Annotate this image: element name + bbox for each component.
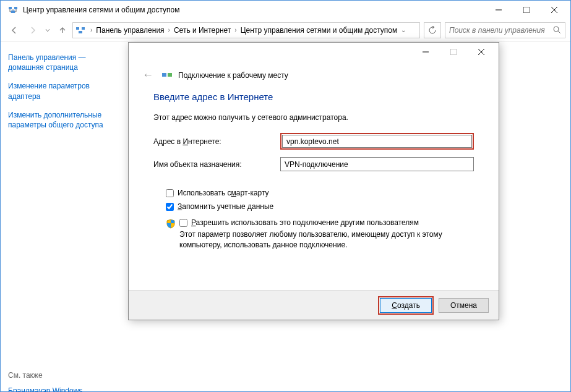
breadcrumb-item[interactable]: Панель управления [96, 26, 164, 35]
svg-rect-16 [162, 73, 166, 77]
search-input[interactable] [449, 26, 553, 35]
svg-rect-1 [14, 7, 17, 9]
close-button[interactable] [540, 1, 568, 19]
chevron-right-icon: › [231, 27, 240, 33]
firewall-link[interactable]: Брандмауэр Windows [8, 386, 117, 392]
destination-name-input[interactable] [280, 157, 474, 171]
destination-name-row: Имя объекта назначения: [153, 157, 474, 171]
dialog-title: Подключение к рабочему месту [178, 71, 288, 80]
dialog-body: Введите адрес в Интернете Этот адрес мож… [129, 88, 499, 250]
internet-address-label: Адрес в Интернете: [153, 137, 280, 146]
adapter-settings-link[interactable]: Изменение параметров адаптера [8, 81, 117, 101]
sidebar: Панель управления — домашняя страница Из… [1, 41, 124, 391]
svg-rect-2 [11, 11, 15, 13]
svg-rect-0 [9, 7, 12, 9]
create-button-highlight: Создать [378, 296, 434, 315]
window-controls [484, 1, 568, 19]
navigation-bar: › Панель управления › Сеть и Интернет › … [1, 19, 570, 41]
sharing-settings-link[interactable]: Изменить дополнительные параметры общего… [8, 110, 117, 130]
workplace-connect-icon [162, 70, 172, 80]
home-link[interactable]: Панель управления — домашняя страница [8, 53, 117, 72]
svg-rect-17 [168, 73, 172, 77]
remember-credentials-checkbox[interactable] [166, 203, 174, 211]
refresh-button[interactable] [424, 22, 441, 38]
smartcard-label: Использовать смарт-карту [178, 189, 269, 197]
nav-history-dropdown[interactable] [43, 22, 53, 39]
allow-others-content: Разрешить использовать это подключение д… [179, 218, 474, 250]
create-button[interactable]: Создать [380, 298, 432, 313]
checkbox-group: Использовать смарт-карту Запомнить учетн… [166, 189, 474, 250]
dialog-footer: Создать Отмена [129, 290, 499, 320]
chevron-right-icon: › [87, 27, 96, 33]
dialog-titlebar [129, 43, 499, 61]
minimize-button[interactable] [484, 1, 512, 19]
svg-rect-7 [76, 27, 79, 30]
allow-others-description: Этот параметр позволяет любому пользоват… [179, 229, 474, 250]
dialog-maximize-button [439, 43, 467, 61]
svg-point-10 [554, 27, 559, 32]
allow-others-row: Разрешить использовать это подключение д… [166, 218, 474, 250]
internet-address-highlight [280, 133, 474, 150]
network-center-icon [8, 5, 18, 15]
svg-rect-9 [79, 31, 82, 33]
internet-address-input[interactable] [282, 135, 472, 148]
network-folder-icon [75, 25, 85, 35]
shield-icon [166, 219, 176, 229]
breadcrumb[interactable]: › Панель управления › Сеть и Интернет › … [72, 22, 420, 38]
see-also-title: См. также [8, 371, 117, 380]
remember-checkbox-row: Запомнить учетные данные [166, 202, 474, 211]
chevron-down-icon[interactable]: ⌄ [397, 27, 410, 33]
smartcard-checkbox-row: Использовать смарт-карту [166, 189, 474, 197]
nav-forward-button[interactable] [24, 22, 41, 39]
window-title: Центр управления сетями и общим доступом [23, 6, 484, 14]
nav-up-button[interactable] [54, 22, 71, 39]
breadcrumb-item[interactable]: Сеть и Интернет [174, 26, 231, 35]
svg-rect-8 [82, 27, 85, 30]
dialog-back-button[interactable]: ← [140, 67, 156, 83]
chevron-right-icon: › [165, 27, 174, 33]
maximize-button[interactable] [512, 1, 540, 19]
window-titlebar: Центр управления сетями и общим доступом [1, 1, 570, 19]
svg-line-11 [558, 31, 560, 33]
search-icon [553, 26, 561, 34]
vpn-connection-dialog: ← Подключение к рабочему месту Введите а… [128, 42, 499, 320]
cancel-button[interactable]: Отмена [439, 298, 489, 313]
dialog-close-button[interactable] [467, 43, 495, 61]
svg-rect-4 [523, 7, 530, 13]
allow-others-label: Разрешить использовать это подключение д… [191, 218, 419, 227]
remember-label: Запомнить учетные данные [178, 202, 273, 211]
dialog-header: ← Подключение к рабочему месту [129, 61, 499, 88]
breadcrumb-item[interactable]: Центр управления сетями и общим доступом [241, 26, 398, 35]
dialog-heading: Введите адрес в Интернете [153, 92, 474, 102]
search-box[interactable] [445, 22, 565, 38]
smartcard-checkbox[interactable] [166, 189, 174, 197]
destination-name-label: Имя объекта назначения: [153, 160, 280, 169]
dialog-subtitle: Этот адрес можно получить у сетевого адм… [153, 113, 474, 122]
allow-others-checkbox[interactable] [179, 219, 187, 227]
svg-rect-13 [450, 49, 457, 55]
nav-back-button[interactable] [6, 22, 23, 39]
dialog-minimize-button[interactable] [411, 43, 439, 61]
internet-address-row: Адрес в Интернете: [153, 133, 474, 150]
